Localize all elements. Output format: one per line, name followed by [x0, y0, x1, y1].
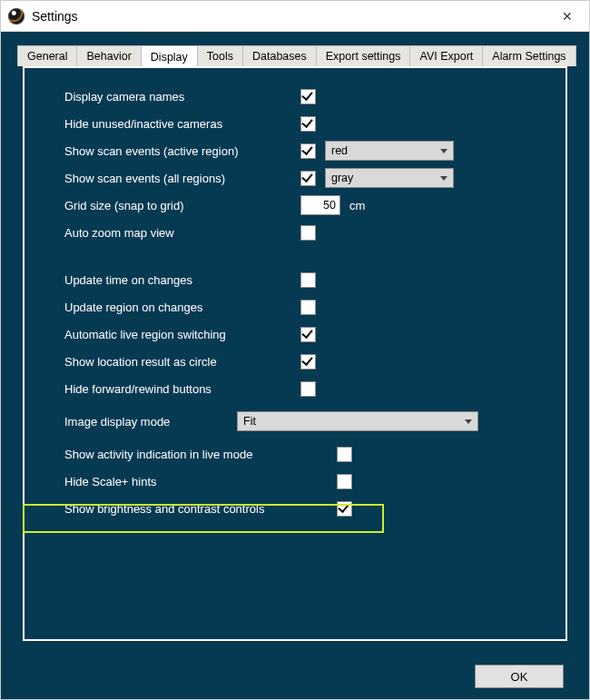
dropdown-scan-active-color[interactable]: red — [325, 141, 454, 161]
close-icon: ✕ — [562, 9, 573, 24]
tab-tools[interactable]: Tools — [197, 45, 243, 66]
row-grid-size: Grid size (snap to grid) cm — [64, 192, 549, 219]
tab-avi-export[interactable]: AVI Export — [409, 45, 483, 66]
settings-window: Settings ✕ General Behavior Display Tool… — [0, 0, 590, 700]
label-auto-switch: Automatic live region switching — [64, 328, 300, 341]
spacer — [64, 246, 549, 266]
chevron-down-icon — [465, 419, 472, 424]
row-brightness-contrast: Show brightness and contrast controls — [64, 495, 549, 522]
checkbox-brightness-contrast[interactable] — [337, 501, 352, 517]
row-scan-all: Show scan events (all regions) gray — [64, 164, 549, 192]
dropdown-image-mode[interactable]: Fit — [237, 411, 478, 431]
row-display-camera-names: Display camera names — [64, 83, 549, 110]
dropdown-scan-active-color-value: red — [331, 144, 435, 157]
input-grid-size[interactable] — [300, 195, 340, 215]
label-hide-unused: Hide unused/inactive cameras — [64, 117, 300, 131]
label-auto-zoom: Auto zoom map view — [64, 226, 300, 240]
row-update-time: Update time on changes — [64, 266, 549, 293]
checkbox-auto-zoom[interactable] — [300, 225, 316, 241]
tab-alarm-settings[interactable]: Alarm Settings — [482, 45, 575, 66]
label-hide-scale-hints: Hide Scale+ hints — [64, 475, 337, 488]
label-loc-circle: Show location result as circle — [64, 355, 300, 369]
checkbox-scan-all[interactable] — [300, 171, 316, 186]
dropdown-image-mode-value: Fit — [243, 415, 459, 428]
checkbox-activity-live[interactable] — [337, 447, 352, 462]
tab-body-wrap: Display camera names Hide unused/inactiv… — [1, 66, 589, 654]
client-area: General Behavior Display Tools Databases… — [1, 32, 589, 699]
checkbox-hide-scale-hints[interactable] — [337, 474, 352, 489]
chevron-down-icon — [440, 176, 447, 181]
ok-button[interactable]: OK — [475, 665, 564, 688]
titlebar: Settings ✕ — [1, 1, 589, 32]
checkbox-scan-active[interactable] — [300, 143, 316, 159]
label-display-camera-names: Display camera names — [64, 90, 300, 104]
checkbox-loc-circle[interactable] — [300, 354, 316, 370]
label-image-mode: Image display mode — [64, 415, 237, 429]
close-button[interactable]: ✕ — [553, 5, 582, 28]
tab-behavior[interactable]: Behavior — [76, 45, 141, 66]
row-update-region: Update region on changes — [64, 293, 549, 320]
row-image-mode: Image display mode Fit — [64, 408, 549, 435]
checkbox-update-region[interactable] — [300, 300, 316, 315]
label-update-time: Update time on changes — [64, 273, 300, 287]
tab-export-settings[interactable]: Export settings — [316, 45, 411, 66]
tab-databases[interactable]: Databases — [242, 45, 317, 66]
checkbox-auto-switch[interactable] — [300, 327, 316, 342]
label-scan-all: Show scan events (all regions) — [64, 172, 300, 185]
checkbox-hide-unused[interactable] — [300, 116, 316, 132]
label-grid-size: Grid size (snap to grid) — [64, 199, 300, 212]
row-auto-switch: Automatic live region switching — [64, 320, 549, 348]
row-auto-zoom: Auto zoom map view — [64, 219, 549, 246]
tab-general[interactable]: General — [17, 45, 77, 66]
row-hide-unused: Hide unused/inactive cameras — [64, 110, 549, 137]
row-hide-ffrw: Hide forward/rewind buttons — [64, 375, 549, 402]
checkbox-update-time[interactable] — [300, 272, 316, 288]
label-brightness-contrast: Show brightness and contrast controls — [64, 502, 337, 516]
dropdown-scan-all-color[interactable]: gray — [325, 168, 454, 188]
dropdown-scan-all-color-value: gray — [331, 172, 435, 184]
row-loc-circle: Show location result as circle — [64, 348, 549, 375]
row-activity-live: Show activity indication in live mode — [64, 440, 549, 468]
tab-body-display: Display camera names Hide unused/inactiv… — [23, 66, 567, 641]
checkbox-display-camera-names[interactable] — [300, 89, 316, 104]
row-hide-scale-hints: Hide Scale+ hints — [64, 468, 549, 495]
app-icon — [8, 8, 25, 25]
tab-strip: General Behavior Display Tools Databases… — [1, 32, 589, 66]
window-title: Settings — [32, 9, 553, 24]
label-scan-active: Show scan events (active region) — [64, 144, 300, 158]
tab-display[interactable]: Display — [141, 45, 198, 67]
label-activity-live: Show activity indication in live mode — [64, 448, 337, 461]
label-update-region: Update region on changes — [64, 301, 300, 314]
unit-grid-size: cm — [349, 199, 365, 212]
chevron-down-icon — [440, 149, 447, 153]
dialog-footer: OK — [1, 654, 589, 699]
label-hide-ffrw: Hide forward/rewind buttons — [64, 382, 300, 396]
row-scan-active: Show scan events (active region) red — [64, 137, 549, 164]
checkbox-hide-ffrw[interactable] — [300, 381, 316, 397]
